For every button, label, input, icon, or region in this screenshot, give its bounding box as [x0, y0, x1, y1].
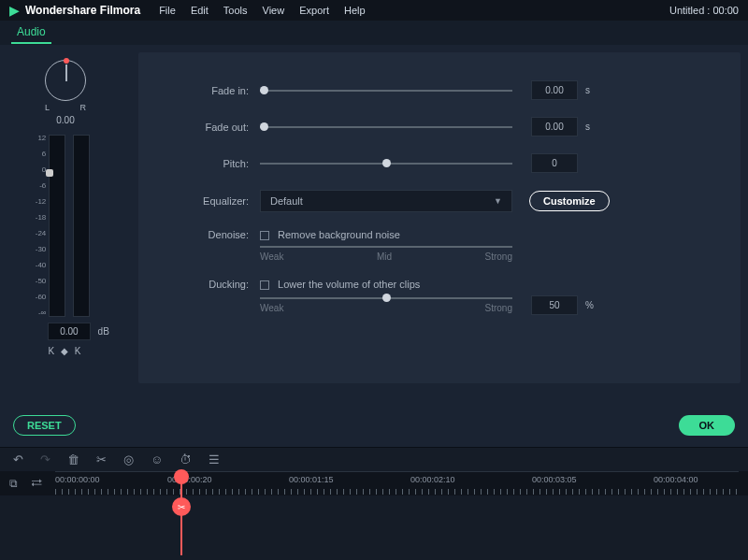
split-icon[interactable]: ✂ — [96, 452, 107, 467]
left-panel: L R 0.00 1260 -6-12-18 -24-30-40 -50-60-… — [0, 45, 131, 391]
link-icon[interactable]: ⮂ — [31, 477, 42, 490]
ducking-label: Ducking: — [138, 279, 260, 290]
pitch-slider[interactable] — [260, 163, 512, 165]
volume-fader[interactable] — [49, 135, 65, 317]
footer-buttons: RESET OK — [0, 411, 748, 439]
customize-button[interactable]: Customize — [529, 191, 610, 211]
app-logo-icon: ▶ — [9, 3, 20, 18]
main-menu: File Edit Tools View Export Help — [159, 5, 669, 16]
menu-tools[interactable]: Tools — [223, 5, 248, 16]
playhead-split-icon[interactable]: ✂ — [172, 497, 191, 516]
ducking-value[interactable]: 50 — [531, 295, 578, 315]
pan-value: 0.00 — [56, 115, 74, 125]
title-bar: ▶ Wondershare Filmora File Edit Tools Vi… — [0, 0, 748, 21]
timeline-tracks[interactable] — [0, 495, 748, 560]
track-manager-icon[interactable]: ⧉ — [9, 477, 18, 490]
denoise-checkbox-label: Remove background noise — [278, 229, 400, 240]
duration-icon[interactable]: ⏱ — [180, 452, 192, 467]
fade-out-label: Fade out: — [138, 122, 260, 133]
equalizer-selected: Default — [270, 195, 303, 207]
ducking-unit: % — [585, 300, 600, 310]
fade-out-slider[interactable] — [260, 126, 512, 128]
denoise-label: Denoise: — [138, 229, 260, 240]
ok-button[interactable]: OK — [679, 415, 736, 436]
ducking-checkbox-label: Lower the volume of other clips — [278, 279, 420, 290]
denoise-checkbox[interactable] — [260, 231, 269, 240]
audio-form: Fade in: 0.00 s Fade out: 0.00 s Pitch: … — [138, 52, 741, 383]
pan-right-label: R — [80, 103, 87, 112]
fade-in-unit: s — [585, 85, 600, 95]
playhead-handle-icon[interactable] — [174, 469, 189, 484]
pan-knob[interactable] — [45, 60, 86, 101]
tab-audio[interactable]: Audio — [11, 22, 51, 44]
timeline-toolbar: ↶ ↷ 🗑 ✂ ◎ ☺ ⏱ ☰ — [0, 447, 748, 471]
speed-icon[interactable]: ☺ — [151, 452, 163, 467]
crop-icon[interactable]: ◎ — [123, 452, 134, 467]
level-meter — [73, 135, 90, 317]
tab-bar: Audio — [0, 21, 748, 45]
redo-icon[interactable]: ↷ — [40, 452, 50, 467]
db-unit: dB — [98, 326, 109, 337]
menu-export[interactable]: Export — [299, 5, 329, 16]
menu-help[interactable]: Help — [344, 5, 366, 16]
ducking-slider[interactable] — [260, 297, 512, 299]
fade-in-value[interactable]: 0.00 — [531, 80, 578, 100]
app-title: Wondershare Filmora — [25, 4, 140, 17]
timeline-ruler[interactable]: 00:00:00:00 00:00:00:20 00:00:01:15 00:0… — [55, 471, 739, 495]
pitch-value[interactable]: 0 — [531, 153, 578, 173]
fade-in-slider[interactable] — [260, 90, 512, 92]
settings-icon[interactable]: ☰ — [209, 452, 220, 467]
undo-icon[interactable]: ↶ — [13, 452, 23, 467]
denoise-slider[interactable] — [260, 246, 512, 248]
fade-out-value[interactable]: 0.00 — [531, 117, 578, 136]
menu-edit[interactable]: Edit — [191, 5, 209, 16]
db-value: 0.00 — [48, 323, 90, 340]
fade-in-label: Fade in: — [138, 85, 260, 96]
chevron-down-icon: ▼ — [494, 196, 502, 206]
delete-icon[interactable]: 🗑 — [67, 452, 79, 467]
document-title: Untitled : 00:00 — [669, 5, 739, 16]
reset-button[interactable]: RESET — [13, 415, 76, 436]
pan-left-label: L — [45, 103, 50, 112]
playhead[interactable]: ✂ — [180, 471, 182, 555]
pitch-label: Pitch: — [138, 158, 260, 169]
fade-out-unit: s — [585, 122, 600, 132]
timeline-ruler-row: ⧉ ⮂ 00:00:00:00 00:00:00:20 00:00:01:15 … — [0, 471, 748, 495]
ducking-checkbox[interactable] — [260, 280, 269, 290]
meter-scale: 1260 -6-12-18 -24-30-40 -50-60-∞ — [36, 135, 50, 317]
menu-view[interactable]: View — [263, 5, 285, 16]
keyframe-controls[interactable]: K ◆ K — [49, 346, 83, 356]
equalizer-label: Equalizer: — [138, 195, 260, 207]
main-panel: L R 0.00 1260 -6-12-18 -24-30-40 -50-60-… — [0, 45, 748, 391]
menu-file[interactable]: File — [159, 5, 176, 16]
equalizer-select[interactable]: Default ▼ — [260, 190, 512, 212]
